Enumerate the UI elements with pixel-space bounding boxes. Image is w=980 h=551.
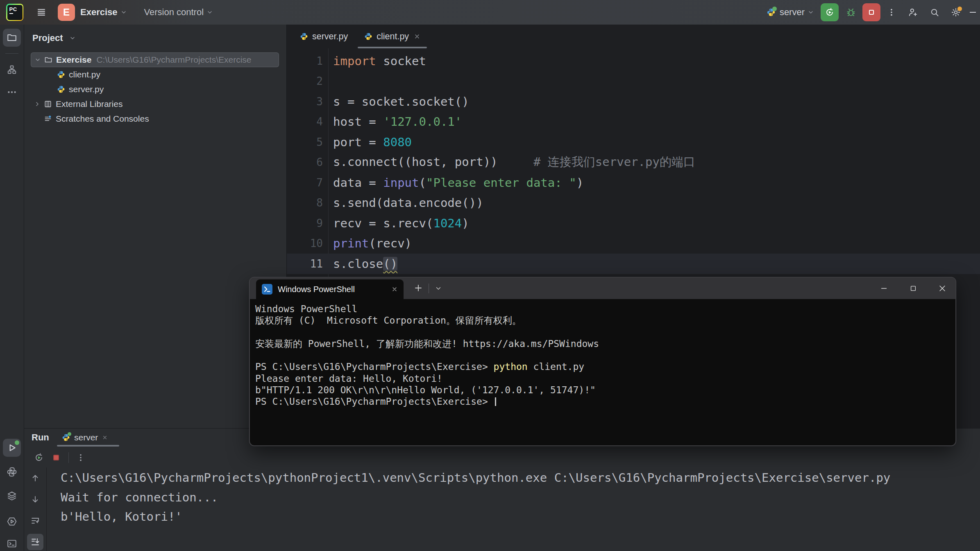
console-separator [46, 467, 47, 551]
tree-item-name: server.py [69, 84, 104, 94]
project-name[interactable]: Exercise [80, 7, 118, 18]
settings-notification-dot [957, 7, 962, 11]
terminal-cursor [495, 397, 496, 406]
tree-item[interactable]: ExerciseC:\Users\G16\PycharmProjects\Exe… [31, 52, 279, 67]
terminal-maximize-button[interactable] [909, 284, 917, 293]
version-control-widget[interactable]: Version control [144, 7, 204, 18]
settings-button[interactable] [951, 7, 961, 17]
tree-item[interactable]: server.py [24, 82, 286, 97]
line-number: 1 [287, 55, 329, 67]
search-icon[interactable] [930, 7, 939, 17]
project-tree: ExerciseC:\Users\G16\PycharmProjects\Exe… [24, 52, 286, 126]
project-panel-title: Project [32, 33, 63, 43]
tool-more-button[interactable] [3, 83, 21, 101]
new-tab-plus-icon[interactable] [413, 283, 423, 293]
run-tab-close-icon[interactable] [102, 435, 108, 440]
code-line: 6s.connect((host, port)) # 连接我们server.py… [287, 152, 980, 173]
console-output[interactable]: C:\Users\G16\PycharmProjects\pythonProje… [61, 468, 980, 551]
scroll-down-button[interactable] [27, 491, 43, 508]
terminal-tab-close-icon[interactable] [391, 286, 398, 293]
project-panel-chevron-icon[interactable] [69, 35, 76, 41]
tool-run-button[interactable] [3, 439, 21, 457]
console-line: C:\Users\G16\PycharmProjects\pythonProje… [61, 468, 980, 488]
rerun-button[interactable] [821, 3, 839, 21]
run-config-chevron-icon[interactable] [808, 9, 814, 16]
code-line: 4host = '127.0.0.1' [287, 112, 980, 132]
project-badge[interactable]: E [58, 4, 75, 21]
more-actions-kebab-icon[interactable] [887, 8, 896, 17]
run-toolbar [24, 448, 85, 467]
line-number: 10 [287, 237, 329, 249]
python-file-icon [364, 32, 372, 41]
pycharm-window: PC E Exercise Version control server [0, 0, 980, 551]
stop-icon [867, 8, 876, 17]
hamburger-icon[interactable] [36, 7, 46, 17]
terminal-minimize-button[interactable] [880, 284, 889, 293]
tree-item-name: Scratches and Consoles [56, 114, 149, 124]
soft-wrap-button[interactable] [27, 512, 43, 529]
window-minimize-icon[interactable] [970, 12, 976, 13]
tree-item[interactable]: Scratches and Consoles [24, 111, 286, 126]
stop-console-button[interactable] [51, 453, 61, 463]
debug-button[interactable] [846, 7, 856, 18]
line-number: 3 [287, 95, 329, 108]
tab-dropdown-chevron-icon[interactable] [435, 285, 442, 292]
scroll-to-end-button[interactable] [27, 534, 43, 550]
library-icon [44, 100, 52, 108]
run-tab-server[interactable]: server [57, 429, 113, 447]
code-text: host = '127.0.0.1' [333, 115, 462, 129]
code-line: 11s.close() [287, 254, 980, 274]
rerun-icon [825, 7, 835, 17]
project-chevron-down-icon[interactable] [120, 9, 127, 16]
terminal-titlebar[interactable]: Windows PowerShell [250, 277, 956, 299]
python-icon [57, 70, 65, 79]
vcs-chevron-down-icon[interactable] [206, 9, 213, 16]
tab-label: client.py [377, 32, 409, 42]
terminal-icon [7, 538, 17, 549]
terminal-line [255, 349, 955, 361]
tool-services-button[interactable] [3, 512, 21, 531]
console-more-kebab-icon[interactable] [76, 453, 85, 462]
run-tab-underline [57, 445, 119, 447]
line-number: 11 [287, 258, 329, 270]
tree-item-path: C:\Users\G16\PycharmProjects\Exercise [96, 55, 251, 65]
code-text: recv = s.recv(1024) [333, 216, 469, 230]
folder-icon [44, 56, 52, 64]
tool-python-console-button[interactable] [3, 487, 21, 505]
stop-button[interactable] [862, 3, 880, 21]
run-config-name[interactable]: server [780, 7, 805, 18]
tool-structure-button[interactable] [3, 61, 21, 79]
terminal-close-button[interactable] [938, 284, 947, 293]
tab-server-py[interactable]: server.py [292, 25, 356, 48]
terminal-line [255, 327, 955, 338]
terminal-output[interactable]: Windows PowerShell版权所有 (C) Microsoft Cor… [250, 299, 955, 445]
tool-python-packages-button[interactable] [3, 463, 21, 481]
terminal-line: 版权所有 (C) Microsoft Corporation。保留所有权利。 [255, 315, 955, 326]
folder-icon [7, 32, 17, 43]
tree-item[interactable]: client.py [24, 67, 286, 82]
run-config-python-icon [767, 8, 776, 17]
tab-client-py[interactable]: client.py [356, 25, 429, 48]
tab-close-icon[interactable] [414, 33, 420, 40]
code-text: print(recv) [333, 236, 412, 250]
line-number: 7 [287, 177, 329, 189]
scroll-up-button[interactable] [27, 470, 43, 486]
tool-terminal-button[interactable] [3, 535, 21, 551]
rerun-console-button[interactable] [34, 453, 44, 463]
services-icon [7, 516, 17, 527]
terminal-line: PS C:\Users\G16\PycharmProjects\Exercise… [255, 361, 955, 372]
pycharm-logo-icon: PC [6, 4, 23, 21]
terminal-line: 安装最新的 PowerShell, 了解新功能和改进! https://aka.… [255, 338, 955, 349]
tree-item-name: Exercise [56, 55, 91, 65]
person-add-icon[interactable] [907, 7, 918, 18]
project-panel: Project ExerciseC:\Users\G16\PycharmProj… [24, 25, 287, 428]
tree-item-name: External Libraries [56, 99, 122, 109]
structure-icon [7, 64, 17, 75]
terminal-tab-title: Windows PowerShell [278, 285, 386, 294]
terminal-tab[interactable]: Windows PowerShell [256, 279, 404, 299]
tool-project-button[interactable] [3, 29, 21, 47]
run-panel: Run server C: [24, 428, 980, 551]
terminal-line: Please enter data: Hello, Kotori! [255, 373, 955, 384]
line-number: 2 [287, 75, 329, 87]
tree-item[interactable]: External Libraries [24, 97, 286, 111]
